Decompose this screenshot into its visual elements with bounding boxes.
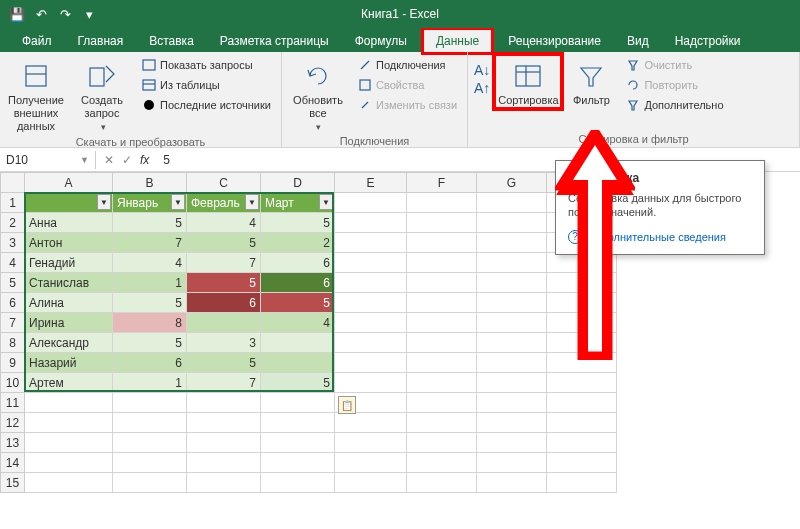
- cell-H8[interactable]: [547, 333, 617, 353]
- cell-F11[interactable]: [407, 393, 477, 413]
- qat-more-icon[interactable]: ▾: [80, 5, 98, 23]
- paste-options-icon[interactable]: 📋: [338, 396, 356, 414]
- cell-A4[interactable]: Генадий: [25, 253, 113, 273]
- cell-A15[interactable]: [25, 473, 113, 493]
- recent-sources-button[interactable]: Последние источники: [138, 96, 275, 114]
- redo-icon[interactable]: ↷: [56, 5, 74, 23]
- cell-E10[interactable]: [335, 373, 407, 393]
- col-header-A[interactable]: A: [25, 173, 113, 193]
- cell-H10[interactable]: [547, 373, 617, 393]
- cell-D7[interactable]: 4: [261, 313, 335, 333]
- cell-C11[interactable]: [187, 393, 261, 413]
- cell-E6[interactable]: [335, 293, 407, 313]
- tab-page-layout[interactable]: Разметка страницы: [208, 30, 341, 52]
- tab-addins[interactable]: Надстройки: [663, 30, 753, 52]
- row-header-10[interactable]: 10: [1, 373, 25, 393]
- row-header-4[interactable]: 4: [1, 253, 25, 273]
- cell-E9[interactable]: [335, 353, 407, 373]
- filter-dropdown-icon[interactable]: ▼: [245, 194, 259, 210]
- row-header-12[interactable]: 12: [1, 413, 25, 433]
- cell-F15[interactable]: [407, 473, 477, 493]
- row-header-7[interactable]: 7: [1, 313, 25, 333]
- cell-G15[interactable]: [477, 473, 547, 493]
- col-header-B[interactable]: B: [113, 173, 187, 193]
- filter-dropdown-icon[interactable]: ▼: [319, 194, 333, 210]
- cell-H15[interactable]: [547, 473, 617, 493]
- row-header-5[interactable]: 5: [1, 273, 25, 293]
- cell-E13[interactable]: [335, 433, 407, 453]
- cell-G10[interactable]: [477, 373, 547, 393]
- cell-A13[interactable]: [25, 433, 113, 453]
- filter-button[interactable]: Фильтр: [566, 56, 616, 107]
- cell-D11[interactable]: [261, 393, 335, 413]
- fx-icon[interactable]: fx: [140, 153, 149, 167]
- cell-E7[interactable]: [335, 313, 407, 333]
- cell-E12[interactable]: [335, 413, 407, 433]
- name-box[interactable]: D10 ▼: [0, 151, 96, 169]
- connections-button[interactable]: Подключения: [354, 56, 461, 74]
- cell-B10[interactable]: 1: [113, 373, 187, 393]
- save-icon[interactable]: 💾: [8, 5, 26, 23]
- sort-button[interactable]: Сортировка: [492, 52, 564, 111]
- filter-dropdown-icon[interactable]: ▼: [97, 194, 111, 210]
- cell-B14[interactable]: [113, 453, 187, 473]
- cell-G7[interactable]: [477, 313, 547, 333]
- col-header-G[interactable]: G: [477, 173, 547, 193]
- cell-C5[interactable]: 5: [187, 273, 261, 293]
- cell-C9[interactable]: 5: [187, 353, 261, 373]
- cell-B15[interactable]: [113, 473, 187, 493]
- cell-D14[interactable]: [261, 453, 335, 473]
- cell-A2[interactable]: Анна: [25, 213, 113, 233]
- cell-D10[interactable]: 5: [261, 373, 335, 393]
- cell-F14[interactable]: [407, 453, 477, 473]
- cell-D5[interactable]: 6: [261, 273, 335, 293]
- cell-B7[interactable]: 8: [113, 313, 187, 333]
- cell-C12[interactable]: [187, 413, 261, 433]
- cell-G13[interactable]: [477, 433, 547, 453]
- cell-A12[interactable]: [25, 413, 113, 433]
- row-header-14[interactable]: 14: [1, 453, 25, 473]
- row-header-1[interactable]: 1: [1, 193, 25, 213]
- cell-E1[interactable]: [335, 193, 407, 213]
- cell-B5[interactable]: 1: [113, 273, 187, 293]
- refresh-all-button[interactable]: Обновить все: [288, 56, 348, 133]
- cell-B3[interactable]: 7: [113, 233, 187, 253]
- cell-E8[interactable]: [335, 333, 407, 353]
- cell-A10[interactable]: Артем: [25, 373, 113, 393]
- col-header-F[interactable]: F: [407, 173, 477, 193]
- tab-insert[interactable]: Вставка: [137, 30, 206, 52]
- cell-E3[interactable]: [335, 233, 407, 253]
- cell-F3[interactable]: [407, 233, 477, 253]
- row-header-15[interactable]: 15: [1, 473, 25, 493]
- cell-F8[interactable]: [407, 333, 477, 353]
- advanced-filter-button[interactable]: Дополнительно: [622, 96, 727, 114]
- row-header-13[interactable]: 13: [1, 433, 25, 453]
- cell-A3[interactable]: Антон: [25, 233, 113, 253]
- row-header-11[interactable]: 11: [1, 393, 25, 413]
- cell-G11[interactable]: [477, 393, 547, 413]
- cell-F9[interactable]: [407, 353, 477, 373]
- cell-E5[interactable]: [335, 273, 407, 293]
- cell-E4[interactable]: [335, 253, 407, 273]
- cell-D15[interactable]: [261, 473, 335, 493]
- cell-G5[interactable]: [477, 273, 547, 293]
- cell-G14[interactable]: [477, 453, 547, 473]
- cell-A6[interactable]: Алина: [25, 293, 113, 313]
- cell-B12[interactable]: [113, 413, 187, 433]
- cell-A8[interactable]: Александр: [25, 333, 113, 353]
- cell-H14[interactable]: [547, 453, 617, 473]
- cell-F1[interactable]: [407, 193, 477, 213]
- get-external-data-button[interactable]: Получение внешних данных: [6, 56, 66, 134]
- col-header-D[interactable]: D: [261, 173, 335, 193]
- cell-C1[interactable]: Февраль▼: [187, 193, 261, 213]
- cell-E2[interactable]: [335, 213, 407, 233]
- cell-H11[interactable]: [547, 393, 617, 413]
- cell-G6[interactable]: [477, 293, 547, 313]
- tab-formulas[interactable]: Формулы: [343, 30, 419, 52]
- cell-A7[interactable]: Ирина: [25, 313, 113, 333]
- cell-H5[interactable]: [547, 273, 617, 293]
- cell-C14[interactable]: [187, 453, 261, 473]
- cell-A14[interactable]: [25, 453, 113, 473]
- sort-desc-icon[interactable]: A↑: [474, 80, 490, 96]
- cell-H12[interactable]: [547, 413, 617, 433]
